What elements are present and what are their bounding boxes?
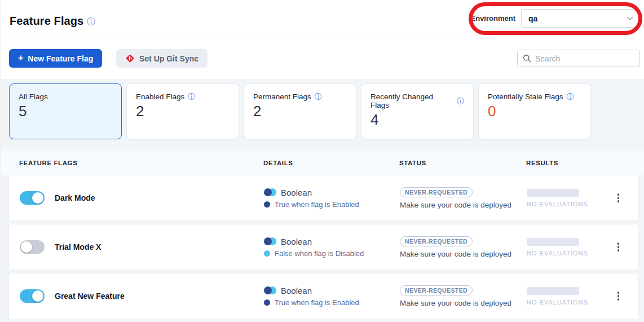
summary-card-value: 2 — [253, 103, 347, 120]
row-menu-cell — [599, 190, 638, 206]
summary-card-value: 4 — [370, 111, 464, 129]
status-note: Make sure your code is deployed — [400, 299, 511, 307]
summary-card-value: 5 — [19, 103, 112, 120]
evaluations-bar — [527, 238, 579, 246]
status-badge: NEVER-REQUESTED — [400, 236, 473, 246]
flag-toggle[interactable] — [20, 289, 45, 303]
flag-name[interactable]: Trial Mode X — [55, 242, 101, 252]
summary-card[interactable]: Permanent Flags ⓘ 2 — [244, 83, 356, 139]
flag-toggle[interactable] — [20, 191, 45, 205]
flag-cell: Trial Mode X — [9, 240, 264, 254]
boolean-type-icon — [264, 237, 276, 245]
summary-card[interactable]: Potentially Stale Flags ⓘ 0 — [478, 83, 591, 139]
summary-card[interactable]: All Flags ⓘ 5 — [9, 83, 122, 139]
status-cell: NEVER-REQUESTED Make sure your code is d… — [400, 285, 527, 307]
title-info-icon[interactable]: ⓘ — [87, 17, 95, 25]
git-sync-button[interactable]: Set Up Git Sync — [116, 49, 208, 68]
kebab-menu-icon[interactable] — [614, 288, 623, 304]
evaluations-bar — [527, 287, 579, 295]
flag-default-rule: True when flag is Enabled — [275, 298, 359, 307]
column-header-results: RESULTS — [526, 160, 644, 166]
summary-card-value: 2 — [136, 103, 230, 120]
value-dot-icon — [264, 201, 270, 208]
results-cell: NO EVALUATIONS — [527, 189, 599, 208]
search-icon — [523, 54, 531, 63]
details-cell: Boolean True when flag is Enabled — [264, 286, 400, 307]
content-area: All Flags ⓘ 5 Enabled Flags ⓘ 2 Permanen… — [1, 79, 644, 322]
plus-icon: + — [18, 53, 23, 63]
results-cell: NO EVALUATIONS — [527, 287, 599, 306]
flag-cell: Dark Mode — [9, 191, 264, 205]
status-cell: NEVER-REQUESTED Make sure your code is d… — [400, 236, 527, 258]
summary-card-label: Enabled Flags — [136, 92, 184, 101]
info-icon[interactable]: ⓘ — [567, 93, 574, 100]
column-header-status: STATUS — [399, 160, 526, 166]
toggle-knob — [21, 241, 32, 253]
row-menu-cell — [599, 239, 638, 255]
flag-name[interactable]: Great New Feature — [55, 292, 125, 301]
details-cell: Boolean True when flag is Enabled — [264, 188, 400, 209]
summary-card-value: 0 — [488, 103, 581, 120]
chevron-down-icon — [627, 16, 633, 21]
info-icon[interactable]: ⓘ — [457, 98, 464, 105]
toolbar: + New Feature Flag Set Up Git Sync — [1, 39, 644, 79]
environment-label: Environment — [471, 14, 515, 23]
flag-rows: Dark Mode Boolean True when flag is Enab… — [8, 175, 638, 319]
page-title-wrap: Feature Flags ⓘ — [10, 15, 95, 28]
flag-type: Boolean — [281, 237, 312, 246]
new-feature-flag-label: New Feature Flag — [28, 54, 93, 63]
flag-default-rule: True when flag is Enabled — [275, 200, 359, 209]
details-cell: Boolean False when flag is Disabled — [264, 237, 400, 258]
row-menu-cell — [599, 288, 638, 304]
flag-default-rule: False when flag is Disabled — [275, 249, 364, 258]
new-feature-flag-button[interactable]: + New Feature Flag — [9, 49, 102, 68]
results-cell: NO EVALUATIONS — [527, 238, 599, 257]
evaluations-text: NO EVALUATIONS — [527, 299, 599, 306]
flag-name[interactable]: Dark Mode — [55, 193, 95, 202]
info-icon[interactable]: ⓘ — [315, 93, 322, 100]
flag-type: Boolean — [281, 286, 312, 295]
boolean-type-icon — [264, 286, 276, 294]
status-note: Make sure your code is deployed — [400, 201, 511, 209]
summary-cards: All Flags ⓘ 5 Enabled Flags ⓘ 2 Permanen… — [1, 79, 644, 139]
table-row: Great New Feature Boolean True when flag… — [8, 273, 638, 319]
evaluations-bar — [527, 189, 579, 197]
flag-type: Boolean — [281, 188, 312, 197]
table-row: Dark Mode Boolean True when flag is Enab… — [8, 175, 638, 221]
kebab-menu-icon[interactable] — [614, 239, 623, 255]
column-header-details: DETAILS — [263, 160, 399, 166]
summary-card-label: Recently Changed Flags — [370, 92, 453, 109]
environment-selected-value: qa — [528, 14, 537, 23]
status-badge: NEVER-REQUESTED — [400, 187, 473, 197]
info-icon[interactable]: ⓘ — [188, 93, 195, 100]
status-note: Make sure your code is deployed — [400, 250, 511, 258]
evaluations-text: NO EVALUATIONS — [527, 201, 599, 208]
kebab-menu-icon[interactable] — [614, 190, 623, 206]
summary-card[interactable]: Recently Changed Flags ⓘ 4 — [361, 83, 474, 139]
git-diamond-icon — [125, 54, 135, 63]
value-dot-icon — [264, 250, 270, 257]
git-sync-label: Set Up Git Sync — [139, 54, 199, 63]
evaluations-text: NO EVALUATIONS — [527, 250, 599, 257]
status-cell: NEVER-REQUESTED Make sure your code is d… — [400, 187, 527, 209]
page-title: Feature Flags — [10, 15, 83, 28]
column-header-feature-flags: FEATURE FLAGS — [19, 160, 263, 166]
boolean-type-icon — [264, 188, 276, 196]
summary-card-label: Permanent Flags — [253, 92, 311, 101]
flag-toggle[interactable] — [20, 240, 45, 254]
summary-card-label: Potentially Stale Flags — [488, 92, 563, 101]
toggle-knob — [32, 192, 43, 204]
search-input[interactable] — [535, 54, 637, 63]
environment-selector: Environment qa — [471, 9, 639, 28]
status-badge: NEVER-REQUESTED — [400, 285, 473, 295]
summary-card-label: All Flags — [19, 92, 48, 101]
search-box[interactable] — [517, 50, 640, 67]
table-row: Trial Mode X Boolean False when flag is … — [8, 224, 638, 270]
page-header: Feature Flags ⓘ Environment qa — [1, 0, 644, 38]
environment-select[interactable]: qa — [521, 9, 639, 28]
flag-cell: Great New Feature — [9, 289, 264, 303]
table-header: FEATURE FLAGS DETAILS STATUS RESULTS — [1, 151, 644, 175]
summary-card[interactable]: Enabled Flags ⓘ 2 — [126, 83, 239, 139]
toggle-knob — [32, 290, 43, 302]
value-dot-icon — [264, 299, 270, 306]
